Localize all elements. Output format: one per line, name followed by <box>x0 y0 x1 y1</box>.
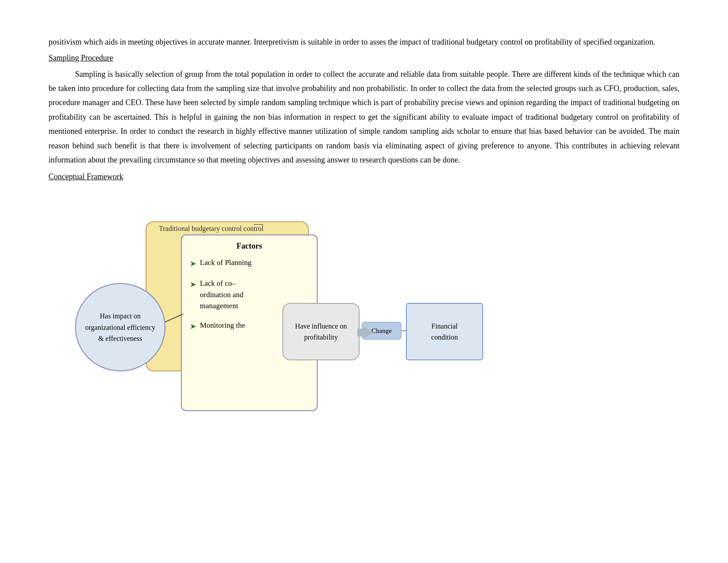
factor-planning: ➤ Lack of Planning <box>190 257 309 270</box>
impact-box: Has impact on organizational efficiency … <box>75 283 165 371</box>
conceptual-diagram: Traditional budgetary control control Fa… <box>49 208 679 464</box>
financial-box: Financial condition <box>406 303 483 360</box>
bullet-2: ➤ <box>190 279 196 291</box>
svg-line-0 <box>163 314 183 323</box>
bullet-3: ➤ <box>190 321 196 333</box>
influence-box: Have influence on profitability <box>282 303 360 360</box>
bullet-1: ➤ <box>190 258 196 270</box>
tbc-label: Traditional budgetary control control <box>159 225 263 233</box>
intro-paragraph: positivism which aids in meeting objecti… <box>49 35 679 49</box>
conceptual-heading-wrapper: Conceptual Framework <box>49 172 679 199</box>
factors-title: Factors <box>190 242 309 251</box>
thick-arrow-influence-change <box>357 326 373 339</box>
sampling-body: Sampling is basically selection of group… <box>49 67 679 167</box>
connector-impact-svg <box>163 310 188 327</box>
sampling-heading: Sampling Procedure <box>49 53 679 67</box>
